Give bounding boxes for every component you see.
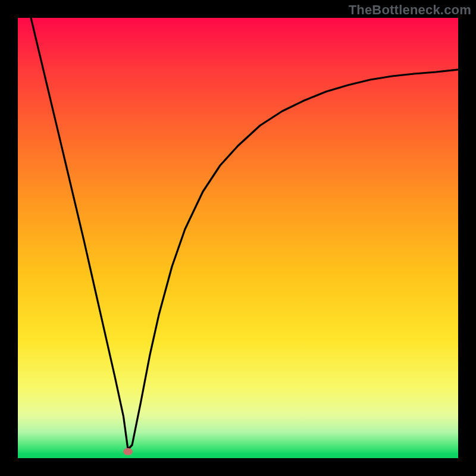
watermark-text: TheBottleneck.com [349, 2, 471, 18]
curve-line [31, 18, 458, 449]
chart-frame: TheBottleneck.com [0, 0, 476, 476]
chart-svg [18, 18, 458, 458]
plot-area [18, 18, 458, 458]
marker-dot [123, 448, 133, 455]
